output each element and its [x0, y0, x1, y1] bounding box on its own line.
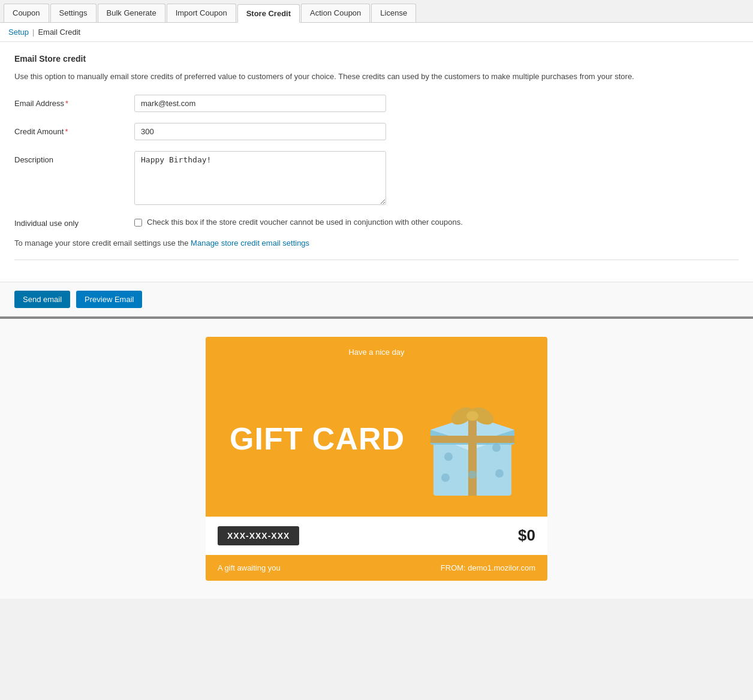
manage-link[interactable]: Manage store credit email settings [191, 239, 309, 248]
svg-rect-4 [468, 416, 477, 496]
tab-import-coupon[interactable]: Import Coupon [167, 4, 236, 22]
credit-control [134, 123, 386, 140]
gift-card-title: GIFT CARD [230, 421, 405, 457]
manage-link-row: To manage your store credit email settin… [14, 239, 739, 248]
gift-card-tagline: Have a nice day [348, 348, 404, 357]
tab-bulk-generate[interactable]: Bulk Generate [98, 4, 165, 22]
preview-email-button[interactable]: Preview Email [76, 291, 142, 308]
manage-text: To manage your store credit email settin… [14, 239, 188, 248]
description-label: Description [14, 151, 134, 164]
credit-row: Credit Amount* [14, 123, 739, 140]
action-bar: Send email Preview Email [0, 282, 753, 316]
svg-point-10 [492, 443, 501, 452]
tab-license[interactable]: License [371, 4, 416, 22]
checkbox-description: Check this box if the store credit vouch… [147, 218, 463, 227]
breadcrumb: Setup | Email Credit [0, 23, 753, 42]
svg-point-12 [495, 469, 504, 478]
preview-section: Have a nice day GIFT CARD [0, 316, 753, 599]
tab-store-credit[interactable]: Store Credit [237, 4, 300, 23]
description-textarea[interactable]: Happy Birthday! [134, 151, 386, 205]
breadcrumb-setup-link[interactable]: Setup [8, 28, 29, 37]
credit-required-star: * [65, 127, 68, 136]
svg-point-11 [441, 473, 450, 482]
email-control [134, 95, 386, 112]
svg-point-8 [466, 411, 478, 421]
credit-label: Credit Amount* [14, 123, 134, 136]
coupon-code: XXX-XXX-XXX [218, 526, 299, 545]
card-footer-row: A gift awaiting you FROM: demo1.mozilor.… [206, 555, 547, 581]
tab-coupon[interactable]: Coupon [4, 4, 49, 22]
svg-point-13 [468, 470, 477, 479]
checkbox-area: Check this box if the store credit vouch… [134, 218, 739, 227]
email-card-wrapper: Have a nice day GIFT CARD [206, 337, 547, 581]
gift-box-illustration [421, 385, 529, 505]
section-title: Email Store credit [14, 54, 739, 64]
footer-left: A gift awaiting you [218, 563, 281, 572]
email-row: Email Address* [14, 95, 739, 112]
email-label: Email Address* [14, 95, 134, 108]
main-panel: Email Store credit Use this option to ma… [0, 42, 753, 282]
form-description: Use this option to manually email store … [14, 71, 739, 83]
send-email-button[interactable]: Send email [14, 291, 70, 308]
description-control: Happy Birthday! [134, 151, 386, 207]
footer-right: FROM: demo1.mozilor.com [441, 563, 535, 572]
credit-input[interactable] [134, 123, 386, 140]
email-input[interactable] [134, 95, 386, 112]
breadcrumb-current: Email Credit [38, 28, 80, 37]
individual-use-label: Individual use only [14, 218, 134, 228]
individual-use-row: Individual use only Check this box if th… [14, 218, 739, 228]
tab-settings[interactable]: Settings [50, 4, 97, 22]
description-row: Description Happy Birthday! [14, 151, 739, 207]
card-info-row: XXX-XXX-XXX $0 [206, 517, 547, 555]
email-required-star: * [65, 99, 68, 108]
form-divider [14, 260, 739, 260]
breadcrumb-separator: | [32, 28, 34, 37]
svg-rect-5 [430, 436, 514, 443]
tabs-bar: Coupon Settings Bulk Generate Import Cou… [0, 0, 753, 23]
tab-action-coupon[interactable]: Action Coupon [301, 4, 370, 22]
credit-value: $0 [518, 526, 535, 545]
individual-use-checkbox[interactable] [134, 219, 142, 227]
svg-point-9 [444, 452, 453, 461]
gift-card-banner: Have a nice day GIFT CARD [206, 337, 547, 517]
